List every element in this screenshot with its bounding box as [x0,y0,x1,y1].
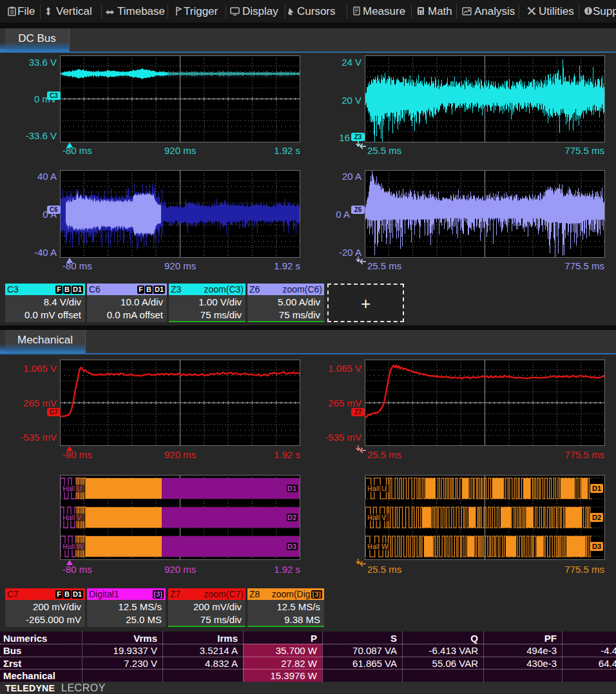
svg-text:D2: D2 [287,514,296,521]
svg-text:D1: D1 [287,485,296,492]
svg-text:D3: D3 [592,543,601,550]
svg-text:D2: D2 [592,514,601,521]
svg-text:D1: D1 [592,485,601,492]
svg-text:Hall V: Hall V [367,514,387,521]
svg-text:Hall U: Hall U [367,485,387,492]
svg-text:Hall W: Hall W [367,543,389,550]
svg-text:Hall W: Hall W [63,543,84,550]
svg-text:D3: D3 [287,543,296,550]
svg-text:Hall V: Hall V [63,514,82,521]
svg-text:Hall U: Hall U [63,485,82,492]
